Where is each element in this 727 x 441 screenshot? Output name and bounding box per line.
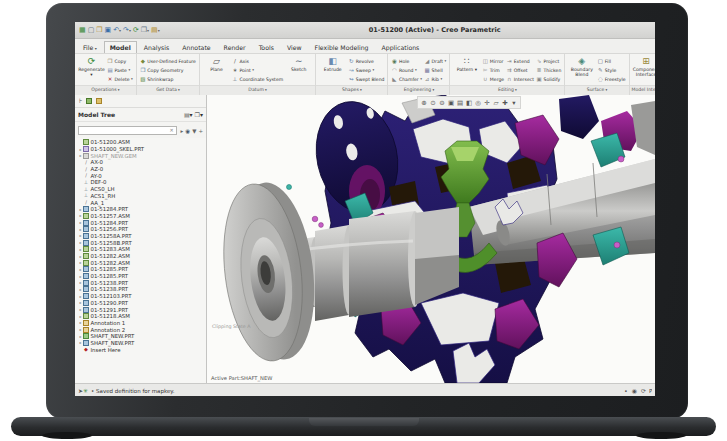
3d-model-canvas[interactable] — [207, 95, 655, 383]
range-status-button[interactable]: ∙ — [624, 387, 628, 394]
revolve-button[interactable]: ↻Revolve — [348, 57, 384, 65]
extend-button[interactable]: ⇥Extend — [506, 57, 534, 65]
zoom-pan-button[interactable]: ⊙ — [429, 99, 437, 107]
zoom-out-button[interactable]: ⊖ — [438, 99, 446, 107]
tree-item-01-51256-prt[interactable]: ▸01-51256.PRT — [78, 226, 206, 233]
tree-item-01-51200-asm[interactable]: 01-51200.ASM — [78, 139, 206, 146]
ribbon-group-label-editing[interactable]: Editing — [450, 85, 564, 95]
tree-search-input[interactable]: ✕ — [78, 126, 177, 135]
component-interface-button[interactable]: ⊞Component Interface — [633, 55, 655, 77]
chamfer-button[interactable]: ◣Chamfer▾ — [391, 75, 422, 83]
point-button[interactable]: ∗Point▾ — [232, 66, 283, 74]
display-style-button[interactable]: ◧ — [465, 99, 473, 107]
coordinate-system-button[interactable]: ⊥Coordinate System — [232, 75, 283, 83]
repaint-button[interactable]: ▤ — [456, 99, 464, 107]
fill-button[interactable]: ▢Fill — [597, 57, 625, 65]
tab-annotate[interactable]: Annotate — [176, 41, 216, 53]
ribbon-group-label-operations[interactable]: Operations — [75, 85, 136, 95]
draft-button[interactable]: ◢Draft▾ — [424, 57, 446, 65]
thicken-button[interactable]: ≣Thicken — [536, 66, 561, 74]
delete-button[interactable]: ✕Delete▾ — [107, 75, 133, 83]
freestyle-button[interactable]: ◌Freestyle — [597, 75, 625, 83]
tree-item-acs0-lh[interactable]: ⊥ACS0_LH — [78, 186, 206, 193]
tab-view[interactable]: View — [281, 41, 308, 53]
offset-button[interactable]: ⇉Offset — [506, 66, 534, 74]
tab-applications[interactable]: Applications — [376, 41, 426, 53]
tree-item-annotation-1[interactable]: ▸Annotation 1 — [78, 320, 206, 327]
tree-item-01-51285-prt[interactable]: ▸01-51285.PRT — [78, 266, 206, 273]
trim-button[interactable]: ✂Trim — [482, 66, 504, 74]
undo-button[interactable]: ↶▾ — [113, 26, 121, 34]
style-button[interactable]: ✎Style — [597, 66, 625, 74]
ribbon-group-label-get-data[interactable]: Get Data — [137, 85, 199, 95]
copy-geometry-button[interactable]: ❒Copy Geometry — [140, 66, 196, 74]
annotation-display-button[interactable]: ▱ — [492, 99, 500, 107]
ribbon-group-label-datum[interactable]: Datum — [200, 85, 315, 95]
user-defined-feature-button[interactable]: ◆User-Defined Feature — [140, 57, 196, 65]
mirror-button[interactable]: ◫Mirror — [482, 57, 504, 65]
tree-item-01-51238-prt[interactable]: ▸01-51238.PRT — [78, 286, 206, 293]
tree-settings-button[interactable]: ▤▾ — [182, 111, 193, 118]
round-button[interactable]: ◠Round▾ — [391, 66, 422, 74]
search-next-button[interactable]: ▸ — [181, 128, 184, 134]
spin-center-button[interactable]: ✚ — [501, 99, 509, 107]
tree-item-01-51283-asm[interactable]: ▸01-51283.ASM — [78, 246, 206, 253]
open-folder-button[interactable]: ❒ — [96, 26, 102, 34]
tree-item-az-0[interactable]: ∕AZ-0 — [78, 166, 206, 173]
regenerate-small-button[interactable]: ⟳ — [133, 26, 139, 34]
saved-views-button[interactable]: ◎ — [474, 99, 482, 107]
tree-item-shaft-new-prt[interactable]: ▸SHAFT_NEW.PRT — [78, 333, 206, 340]
tree-item-01-51290-prt[interactable]: ▸01-51290.PRT — [78, 300, 206, 307]
tree-item-01-51282-asm[interactable]: ▸01-51282.ASM — [78, 253, 206, 260]
tree-item-01-51284-prt[interactable]: ▸01-51284.PRT — [78, 206, 206, 213]
tree-item-01-51000-skel-prt[interactable]: ▸01-51000_SKEL.PRT — [78, 146, 206, 153]
find-button[interactable]: ◉ — [185, 128, 190, 134]
graphics-area[interactable]: ⊕⊙⊖▣▤◧◎✛▱✚▾ — [207, 95, 655, 383]
view-dropdown-button[interactable]: ▾ — [510, 99, 518, 107]
app-grid-button[interactable]: ▦ — [79, 26, 86, 34]
add-filter-button[interactable]: + — [198, 128, 203, 134]
tree-item-01-51285-prt[interactable]: ▸01-51285.PRT — [78, 273, 206, 280]
tree-item-01-51238-prt[interactable]: ▸01-51238.PRT — [78, 279, 206, 286]
shell-button[interactable]: ▦Shell — [424, 66, 446, 74]
tree-item-01-51258b-prt[interactable]: ▸01-51258B.PRT — [78, 239, 206, 246]
tree-item-acs1-rh[interactable]: ⊥ACS1_RH — [78, 193, 206, 200]
refresh-status-button[interactable]: ⟳ — [641, 387, 646, 394]
swept-blend-button[interactable]: ↬Swept Blend — [348, 75, 384, 83]
filter-button[interactable]: ▼ — [192, 128, 196, 134]
tree-item-01-51282-asm[interactable]: ▸01-51282.ASM — [78, 259, 206, 266]
tree-item-insert-here[interactable]: ◆Insert Here — [78, 346, 206, 353]
tree-item-def-0[interactable]: ⊥DEF-0 — [78, 179, 206, 186]
tab-tools[interactable]: Tools — [253, 41, 280, 53]
save-button[interactable]: ▣ — [105, 26, 112, 34]
merge-button[interactable]: ∪Merge — [482, 75, 504, 83]
tree-item-aa-1[interactable]: ∕AA_1 — [78, 199, 206, 206]
plane-button[interactable]: ▱Plane — [203, 55, 230, 72]
tree-item-01-51218-asm[interactable]: ▸01-51218.ASM — [78, 313, 206, 320]
windows-button[interactable]: ❐▾ — [141, 26, 149, 34]
ribbon-group-label-shapes[interactable]: Shapes — [316, 85, 387, 95]
project-button[interactable]: ⇘Project — [536, 57, 561, 65]
mapkey-button[interactable]: ▤▾ — [151, 26, 160, 34]
ribbon-group-label-engineering[interactable]: Engineering — [388, 85, 449, 95]
tab-model[interactable]: Model — [104, 41, 137, 53]
tree-item-shaft-new-prt[interactable]: ▸SHAFT_NEW.PRT — [78, 340, 206, 347]
tree-item-shaft-new-gem[interactable]: ▸SHAFT_NEW.GEM — [78, 152, 206, 159]
find-status-button[interactable]: ◉ — [632, 387, 637, 394]
sweep-button[interactable]: ↝Sweep▾ — [348, 66, 384, 74]
ribbon-group-label-surface[interactable]: Surface — [565, 85, 628, 95]
tree-item-ax-0[interactable]: ∕AX-0 — [78, 159, 206, 166]
boundary-blend-button[interactable]: ◈Boundary Blend — [568, 55, 595, 77]
tree-item-01-51258a-prt[interactable]: ▸01-51258A.PRT — [78, 233, 206, 240]
new-file-button[interactable]: ▢ — [88, 26, 95, 34]
solidify-button[interactable]: ▣Solidify — [536, 75, 561, 83]
zoom-in-button[interactable]: ⊕ — [420, 99, 428, 107]
ribbon-group-label-model-intent[interactable]: Model Intent — [630, 85, 655, 95]
tab-file[interactable]: File ▾ — [77, 41, 103, 53]
copy-button[interactable]: ❐Copy — [107, 57, 133, 65]
tab-render[interactable]: Render — [218, 41, 252, 53]
regenerate-button[interactable]: ⟳Regenerate ▾ — [78, 55, 105, 77]
datum-display-button[interactable]: ✛ — [483, 99, 491, 107]
axis-button[interactable]: ∕Axis — [232, 57, 283, 65]
tree-item-01-51291-prt[interactable]: ▸01-51291.PRT — [78, 306, 206, 313]
